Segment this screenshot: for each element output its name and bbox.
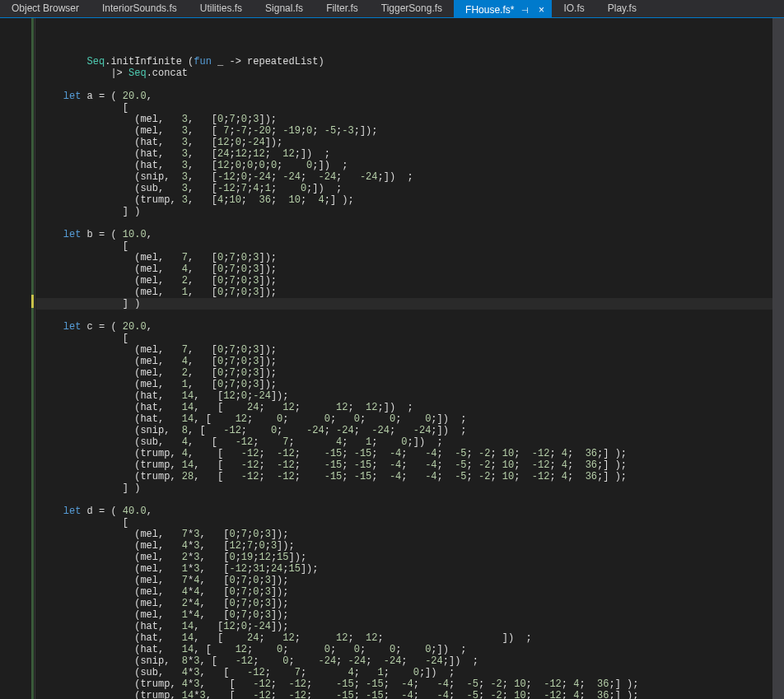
editor: Seq.initInfinite (fun _ -> repeatedList)… <box>0 18 784 699</box>
tab-strip: Object Browser InteriorSounds.fs Utiliti… <box>0 0 784 18</box>
tab-label: TiggerSong.fs <box>381 2 442 14</box>
tab-signal[interactable]: Signal.fs <box>254 0 315 17</box>
code-area[interactable]: Seq.initInfinite (fun _ -> repeatedList)… <box>36 18 772 699</box>
code-text: Seq.initInfinite (fun _ -> repeatedList)… <box>40 56 772 699</box>
vertical-scrollbar[interactable] <box>772 18 784 699</box>
tab-label: InteriorSounds.fs <box>102 2 177 14</box>
tab-label: Signal.fs <box>265 2 303 14</box>
tab-label: Filter.fs <box>326 2 358 14</box>
tab-interiorsounds[interactable]: InteriorSounds.fs <box>91 0 189 17</box>
tab-utilities[interactable]: Utilities.fs <box>189 0 254 17</box>
editor-gutter <box>0 18 36 699</box>
tab-object-browser[interactable]: Object Browser <box>0 0 91 17</box>
tab-label: Play.fs <box>608 2 637 14</box>
tab-io[interactable]: IO.fs <box>552 0 595 17</box>
change-tracker-unsaved <box>31 295 34 308</box>
tab-label: Utilities.fs <box>200 2 242 14</box>
tab-tiggersong[interactable]: TiggerSong.fs <box>370 0 454 17</box>
tab-label: IO.fs <box>563 2 584 14</box>
tab-play[interactable]: Play.fs <box>596 0 648 17</box>
tab-fhouse[interactable]: FHouse.fs* ⊣ × <box>454 0 552 17</box>
close-icon[interactable]: × <box>535 4 547 16</box>
outline-bar <box>35 18 35 699</box>
tab-label: FHouse.fs* <box>465 4 514 16</box>
change-tracker <box>31 18 34 699</box>
tab-filter[interactable]: Filter.fs <box>315 0 370 17</box>
tab-label: Object Browser <box>12 2 79 14</box>
pin-icon[interactable]: ⊣ <box>519 4 530 16</box>
